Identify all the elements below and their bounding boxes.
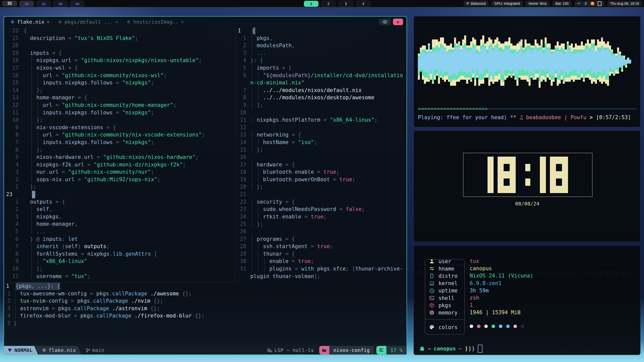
branch-segment[interactable]: main: [81, 346, 110, 354]
code-line[interactable]: 3 │ nur.url = "github:nix-community/nur"…: [4, 168, 235, 176]
code-line[interactable]: 7│ │ ../../modules/nixos/default.nix: [236, 87, 407, 94]
project-chip[interactable]: nixos-config: [329, 346, 374, 354]
code-line[interactable]: n-cd-minimal.nix": [236, 79, 407, 87]
code-line[interactable]: 1{: [236, 27, 407, 35]
code-line[interactable]: 4}: {: [236, 57, 407, 64]
code-line[interactable]: 20: [4, 42, 235, 50]
code-line[interactable]: 16: [236, 154, 407, 161]
code-line[interactable]: 17│ hardware = {: [236, 161, 407, 169]
code-line[interactable]: 9│ ];: [236, 102, 407, 109]
code-line[interactable]: 18 │ nixpkgs.url = "github:nixos/nixpkgs…: [4, 57, 235, 64]
code-line[interactable]: 4 │ nixpkgs-f2k.url = "github:moni-dz/ni…: [4, 161, 235, 169]
code-line[interactable]: 11 │ username = "tux";: [4, 273, 235, 280]
code-line[interactable]: 23│ │ sudo.wheelNeedsPassword = false;: [236, 206, 407, 213]
code-line[interactable]: 10: [236, 109, 407, 117]
scissors-icon[interactable]: ✂: [577, 1, 581, 6]
code-line[interactable]: 2│ tux-nvim-config = pkgs.callPackage ./…: [4, 297, 235, 305]
workspace-tag-3[interactable]: 3: [339, 1, 353, 7]
code-line[interactable]: 3│ ...: [236, 50, 407, 57]
code-line[interactable]: 1 };: [4, 183, 235, 191]
code-line[interactable]: 29│ │ thunar = {: [236, 250, 407, 258]
workspace-tag-2[interactable]: 2: [321, 1, 336, 7]
code-line[interactable]: 9 │ │ "x86_64-linux": [4, 258, 235, 265]
code-line[interactable]: 6 } @ inputs: let: [4, 236, 235, 243]
code-line[interactable]: 17 │ nixos-wsl = {: [4, 64, 235, 72]
code-line[interactable]: 1{pkgs, ...}: {: [4, 283, 235, 290]
code-pane-left[interactable]: 22{21 description = "tux's NixOS Flake";…: [4, 27, 235, 282]
code-line[interactable]: 26: [236, 228, 407, 236]
code-line[interactable]: 3│ astronvim = pkgs.callPackage ./astron…: [4, 305, 235, 312]
code-line[interactable]: 2 │ sops-nix.url = "github:Mic92/sops-ni…: [4, 176, 235, 184]
code-line[interactable]: 13 │ home-manager = {: [4, 94, 235, 102]
workspace-tag-4[interactable]: 4: [356, 1, 371, 7]
code-line[interactable]: 6 │ };: [4, 146, 235, 154]
code-line[interactable]: 8 │ │ url = "github:nix-community/nix-vs…: [4, 131, 235, 139]
code-line[interactable]: 8│ │ ../../modules/nixos/desktop/awesome: [236, 94, 407, 102]
editor-tab[interactable]: ❄pkgs/default ...×: [58, 19, 118, 25]
code-line[interactable]: 6│ │ "${modulesPath}/installer/cd-dvd/in…: [236, 72, 407, 79]
pane-separator-vertical[interactable]: [235, 27, 235, 282]
sw-logo-icon[interactable]: $W: [53, 1, 68, 7]
code-line[interactable]: 2 │ self,: [4, 206, 235, 213]
code-line[interactable]: 31│ │ │ plugins = with pkgs.xfce; [thuna…: [236, 265, 407, 273]
clock-window[interactable]: 08/08/24 =====================> Playing:…: [414, 130, 640, 242]
eye-toggle-button[interactable]: [379, 19, 391, 25]
code-line[interactable]: 14 │ };: [4, 87, 235, 94]
code-line[interactable]: 2│ modulesPath,: [236, 42, 407, 50]
code-line[interactable]: 19 inputs = {: [4, 50, 235, 57]
editor-tab[interactable]: ❄hosts/isoImag..×: [127, 19, 184, 25]
sw-logo-icon[interactable]: $W: [36, 1, 51, 7]
code-line[interactable]: 3 │ nixpkgs,: [4, 213, 235, 221]
code-line[interactable]: 12: [236, 124, 407, 131]
code-line[interactable]: plugin thunar-volman];: [236, 273, 407, 280]
sw-logo-icon[interactable]: $W: [70, 1, 85, 7]
code-line[interactable]: 5}: [4, 320, 235, 327]
code-line[interactable]: 11 │ │ inputs.nixpkgs.follows = "nixpkgs…: [4, 109, 235, 117]
code-line[interactable]: 15 │ │ inputs.nixpkgs.follows = "nixpkgs…: [4, 79, 235, 87]
code-line[interactable]: 14│ │ hostName = "iso";: [236, 139, 407, 146]
code-line[interactable]: 21 description = "tux's NixOS Flake";: [4, 35, 235, 42]
code-line[interactable]: 4 │ home-manager,: [4, 220, 235, 228]
neovim-window[interactable]: ❄flake.nix×❄pkgs/default ...×❄hosts/isoI…: [4, 16, 407, 355]
code-line[interactable]: 8 │ forAllSystems = nixpkgs.lib.genAttrs…: [4, 250, 235, 258]
code-pane-bottom[interactable]: 1{pkgs, ...}: {1│ tux-awesome-wm-config …: [4, 283, 235, 346]
code-line[interactable]: 10 │ ];: [4, 265, 235, 273]
code-line[interactable]: 28│ │ ssh.startAgent = true;: [236, 243, 407, 250]
close-window-button[interactable]: ×: [393, 19, 403, 25]
shell-prompt[interactable]: → canopus ~ ))): [419, 345, 482, 353]
code-line[interactable]: 19│ │ bluetooth.powerOnBoot = true;: [236, 176, 407, 184]
code-line[interactable]: 18│ │ bluetooth.enable = true;: [236, 168, 407, 176]
code-line[interactable]: 22{: [4, 27, 235, 35]
fetch-terminal-window[interactable]: usertuxhnamecanopusdistroNixOS 24.11 (Vi…: [414, 245, 640, 355]
visualizer-window[interactable]: =====================> Playing: ffee for…: [414, 16, 640, 127]
code-line[interactable]: 12 │ │ url = "github:nix-community/home-…: [4, 102, 235, 109]
code-line[interactable]: 4│ firefox-mod-blur = pkgs.callPackage .…: [4, 312, 235, 320]
code-line[interactable]: 7 │ inherit (self) outputs;: [4, 243, 235, 250]
code-line[interactable]: 27│ programs = {: [236, 236, 407, 243]
apps-grid-icon[interactable]: [2, 1, 17, 6]
sw-logo-icon[interactable]: $W: [19, 1, 34, 7]
code-line[interactable]: 5 │ nixos-hardware.url = "github:nixos/n…: [4, 154, 235, 161]
code-line[interactable]: 9 │ nix-vscode-extensions = {: [4, 124, 235, 131]
code-line[interactable]: 24│ │ rtkit.enable = true;: [236, 213, 407, 221]
code-line[interactable]: 16 │ │ url = "github:nix-community/nixos…: [4, 72, 235, 79]
editor-tab[interactable]: ❄flake.nix×: [11, 19, 50, 25]
code-line[interactable]: 1│ pkgs,: [236, 35, 407, 42]
code-line[interactable]: 11│ nixpkgs.hostPlatform = "x86_64-linux…: [236, 116, 407, 124]
tab-close-icon[interactable]: ×: [181, 19, 184, 24]
code-line[interactable]: 1│ tux-awesome-wm-config = pkgs.callPack…: [4, 290, 235, 298]
code-line[interactable]: 5│ imports = [: [236, 64, 407, 72]
code-line[interactable]: 23: [4, 191, 235, 198]
code-line[interactable]: 15│ };: [236, 146, 407, 154]
code-line[interactable]: 1 outputs = {: [4, 198, 235, 206]
workspace-tag-1[interactable]: 1: [304, 1, 318, 7]
code-line[interactable]: 25│ };: [236, 220, 407, 228]
code-line[interactable]: 5 │ ...: [4, 228, 235, 236]
code-line[interactable]: 21: [236, 191, 407, 198]
code-line[interactable]: 20│ };: [236, 183, 407, 191]
code-pane-right[interactable]: 1{1│ pkgs,2│ modulesPath,3│ ...4}: {5│ i…: [236, 27, 407, 282]
code-line[interactable]: 7 │ │ inputs.nixpkgs.follows = "nixpkgs"…: [4, 139, 235, 146]
code-line[interactable]: 30│ │ │ enable = true;: [236, 258, 407, 265]
bluetooth-icon[interactable]: [584, 1, 587, 6]
phone-icon[interactable]: [598, 1, 601, 6]
